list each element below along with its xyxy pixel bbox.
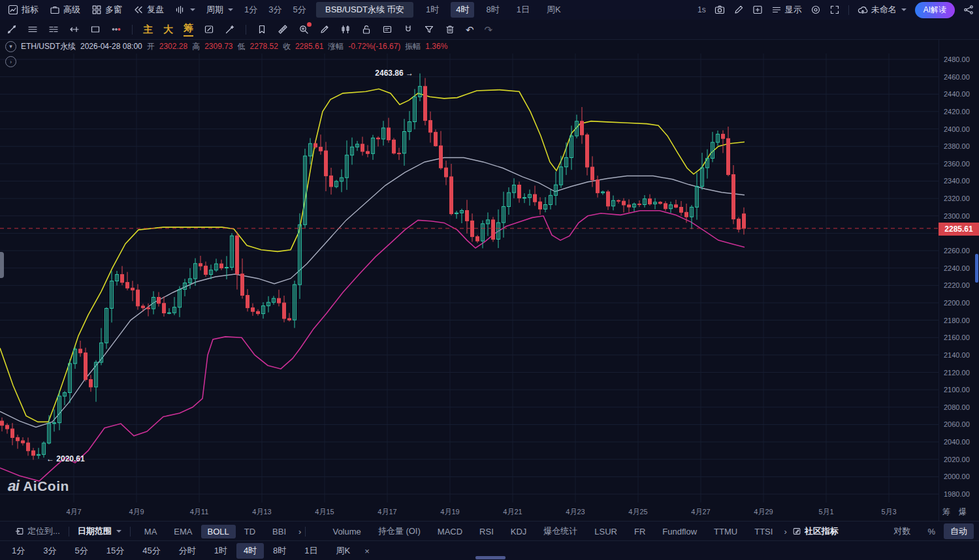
replay-button[interactable]: 复盘 bbox=[133, 4, 164, 16]
tfb-45m[interactable]: 45分 bbox=[133, 543, 169, 559]
notes-panel-tool[interactable] bbox=[382, 24, 393, 35]
indicator-macd[interactable]: MACD bbox=[429, 525, 471, 538]
volume-profile-tool[interactable] bbox=[175, 5, 195, 15]
indicator-fundflow[interactable]: Fundflow bbox=[654, 525, 705, 538]
tfb-5m[interactable]: 5分 bbox=[65, 543, 97, 559]
layout-save-dropdown[interactable]: 未命名 bbox=[858, 4, 907, 16]
tf-8h[interactable]: 8时 bbox=[481, 2, 504, 18]
ohlc-symbol[interactable]: ETH/USDT永续 bbox=[21, 41, 76, 52]
tf-1h[interactable]: 1时 bbox=[421, 2, 444, 18]
indicator-boll-active[interactable]: BOLL bbox=[201, 525, 236, 538]
tfb-8h[interactable]: 8时 bbox=[264, 543, 295, 559]
tfb-1d[interactable]: 1日 bbox=[295, 543, 327, 559]
filter-tool[interactable] bbox=[424, 24, 434, 35]
right-axis-scroll-thumb[interactable] bbox=[975, 254, 978, 283]
time-axis[interactable]: 4月74月94月114月134月154月174月194月214月234月254月… bbox=[0, 503, 939, 521]
large-view-toggle[interactable]: 大 bbox=[163, 23, 173, 36]
symbol-search-box[interactable]: BSB/USDT永续 币安 bbox=[316, 2, 413, 18]
quick-period-3m[interactable]: 3分 bbox=[268, 4, 281, 16]
collapse-legend-button[interactable]: ▾ bbox=[5, 41, 16, 52]
locate-button[interactable]: 定位到... bbox=[7, 523, 69, 539]
bookmark-tool[interactable] bbox=[257, 24, 267, 35]
ruler-tool[interactable] bbox=[278, 24, 288, 35]
more-sub-indicators[interactable]: › bbox=[781, 525, 789, 538]
log-scale-toggle[interactable]: 对数 bbox=[885, 523, 919, 539]
quick-period-1m[interactable]: 1分 bbox=[244, 4, 257, 16]
more-main-indicators[interactable]: › bbox=[295, 525, 305, 538]
quick-period-5m[interactable]: 5分 bbox=[293, 4, 306, 16]
horizontal-scroll-thumb[interactable] bbox=[475, 556, 506, 559]
lock-tool[interactable] bbox=[361, 24, 372, 35]
settings-icon[interactable] bbox=[810, 5, 821, 15]
rectangle-tool[interactable] bbox=[90, 24, 101, 35]
price-axis[interactable]: 2480.002460.002440.002420.002400.002380.… bbox=[939, 0, 979, 521]
chip-distribution-tool[interactable]: 筹 bbox=[184, 22, 193, 37]
share-icon[interactable] bbox=[963, 5, 974, 15]
x-axis-label: 4月11 bbox=[190, 507, 209, 517]
indicator-ttmu[interactable]: TTMU bbox=[705, 525, 746, 538]
horizontal-lines-tool[interactable] bbox=[27, 24, 38, 35]
brush-dots-tool[interactable] bbox=[111, 24, 121, 35]
indicator-lsur[interactable]: LSUR bbox=[586, 525, 626, 538]
percent-scale-toggle[interactable]: % bbox=[919, 525, 944, 538]
undo-button[interactable]: ↶ bbox=[466, 25, 474, 35]
indicators-button[interactable]: 指标 bbox=[8, 4, 39, 16]
close-tab-button[interactable]: × bbox=[359, 544, 375, 558]
display-settings-button[interactable]: 显示 bbox=[771, 4, 802, 16]
indicator-fr[interactable]: FR bbox=[626, 525, 654, 538]
liquidation-toggle[interactable]: 爆 bbox=[959, 506, 967, 518]
advanced-button[interactable]: 高级 bbox=[50, 4, 80, 16]
edit-pencil-icon[interactable] bbox=[733, 5, 744, 15]
chart-canvas[interactable] bbox=[0, 0, 979, 560]
date-range-dropdown[interactable]: 日期范围 bbox=[69, 523, 130, 539]
tf-4h-active[interactable]: 4时 bbox=[451, 2, 474, 18]
indicator-rsi[interactable]: RSI bbox=[471, 525, 502, 538]
pen-tool[interactable] bbox=[319, 24, 330, 35]
indicator-oi[interactable]: 持仓量 (OI) bbox=[370, 523, 429, 539]
tfb-4h-active[interactable]: 4时 bbox=[236, 543, 264, 559]
expand-panel-button[interactable]: › bbox=[5, 56, 16, 67]
indicator-kdj[interactable]: KDJ bbox=[502, 525, 536, 538]
tfb-15m[interactable]: 15分 bbox=[97, 543, 133, 559]
measure-tool[interactable] bbox=[69, 24, 80, 35]
community-indicator-button[interactable]: 社区指标 bbox=[790, 523, 841, 539]
indicator-bbi[interactable]: BBI bbox=[264, 525, 295, 538]
indicator-volume[interactable]: Volume bbox=[324, 525, 369, 538]
tfb-1w[interactable]: 周K bbox=[327, 543, 360, 559]
indicator-ttsi[interactable]: TTSI bbox=[746, 525, 781, 538]
tfb-1h[interactable]: 1时 bbox=[205, 543, 236, 559]
redo-button[interactable]: ↷ bbox=[485, 25, 493, 35]
period-dropdown[interactable]: 周期 bbox=[206, 4, 233, 16]
trendline-tool[interactable] bbox=[7, 24, 17, 35]
parallel-lines-tool[interactable] bbox=[48, 24, 59, 35]
y-axis-label: 2480.00 bbox=[944, 55, 970, 63]
zoom-in-tool[interactable] bbox=[298, 24, 309, 35]
indicator-liquidation-stats[interactable]: 爆仓统计 bbox=[535, 523, 586, 539]
add-window-icon[interactable] bbox=[752, 5, 763, 15]
auto-scale-toggle[interactable]: 自动 bbox=[944, 523, 974, 539]
indicator-ma[interactable]: MA bbox=[136, 525, 166, 538]
y-axis-label: 2240.00 bbox=[944, 264, 970, 272]
magic-wand-tool[interactable] bbox=[225, 24, 235, 35]
edit-note-tool[interactable] bbox=[204, 24, 214, 35]
delete-tool[interactable] bbox=[445, 24, 455, 35]
chip-distribution-toggle[interactable]: 筹 bbox=[942, 506, 950, 518]
magnet-tool[interactable] bbox=[403, 24, 413, 35]
multi-window-button[interactable]: 多窗 bbox=[91, 4, 122, 16]
resolution-label[interactable]: 1s bbox=[698, 5, 706, 14]
y-axis-label: 2100.00 bbox=[944, 386, 970, 394]
fullscreen-icon[interactable] bbox=[829, 5, 840, 15]
camera-icon[interactable] bbox=[714, 5, 725, 15]
tfb-1m[interactable]: 1分 bbox=[3, 543, 34, 559]
left-panel-handle[interactable] bbox=[0, 252, 4, 278]
ohlc-datetime: 2026-04-28 08:00 bbox=[80, 42, 142, 51]
tfb-3m[interactable]: 3分 bbox=[34, 543, 65, 559]
ai-analysis-button[interactable]: AI解读 bbox=[915, 2, 955, 18]
tf-1d[interactable]: 1日 bbox=[511, 2, 535, 18]
main-chart-toggle[interactable]: 主 bbox=[143, 23, 153, 36]
tfb-intraday[interactable]: 分时 bbox=[170, 543, 205, 559]
indicator-td[interactable]: TD bbox=[236, 525, 264, 538]
tf-1w[interactable]: 周K bbox=[541, 2, 566, 18]
indicator-ema[interactable]: EMA bbox=[165, 525, 201, 538]
candle-style-tool[interactable] bbox=[340, 24, 351, 35]
